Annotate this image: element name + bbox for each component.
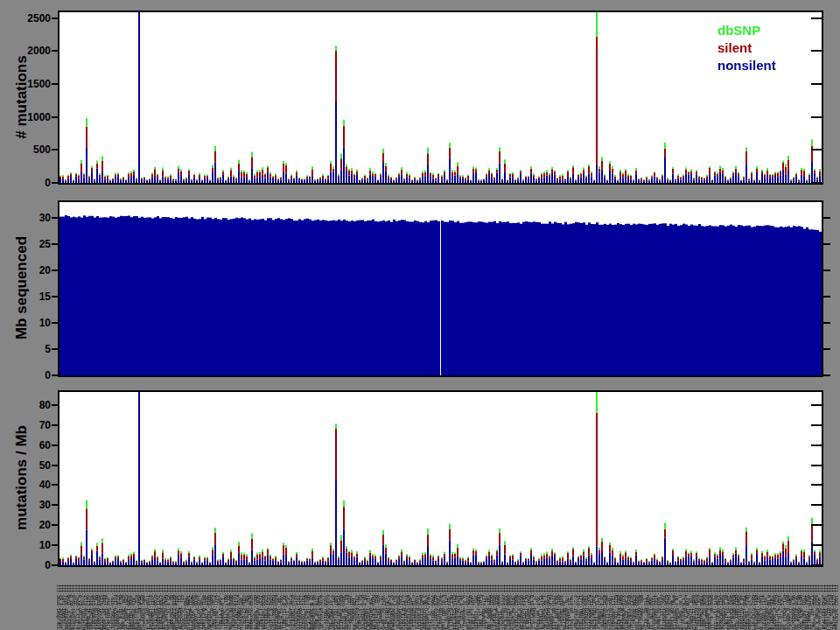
y-tick-mark <box>52 524 58 526</box>
legend: dbSNP silent nonsilent <box>718 22 776 74</box>
y-tick-mark <box>52 217 58 219</box>
y-tick-label: 20 <box>12 519 51 531</box>
y-tick-label: 15 <box>12 290 51 303</box>
y-tick-label: 50 <box>12 459 51 472</box>
y-tick-label: 1500 <box>12 78 51 90</box>
legend-item-silent: silent <box>718 39 776 57</box>
y-tick-mark-right <box>811 444 822 446</box>
y-tick-mark <box>52 484 58 486</box>
y-tick-mark <box>52 182 58 184</box>
y-tick-label: 60 <box>12 439 51 452</box>
y-tick-mark-right <box>811 504 822 506</box>
y-tick-mark-right <box>811 404 822 406</box>
y-tick-mark <box>52 296 58 298</box>
y-tick-mark-right <box>811 465 822 466</box>
y-tick-label: 0 <box>12 559 51 571</box>
mutations-bars-canvas <box>60 12 822 183</box>
panel-mutations: dbSNP silent nonsilent <box>58 10 823 185</box>
y-tick-mark <box>52 564 58 566</box>
y-tick-mark <box>52 444 58 446</box>
y-tick-mark-right <box>811 544 822 546</box>
legend-item-nonsilent: nonsilent <box>718 57 776 74</box>
y-tick-mark <box>52 504 58 506</box>
y-tick-mark-right <box>811 50 822 52</box>
y-tick-mark-right <box>823 296 830 298</box>
y-tick-mark-right <box>811 564 822 566</box>
y-tick-label: 10 <box>12 539 51 551</box>
y-tick-label: 2500 <box>12 12 51 24</box>
y-tick-label: 30 <box>12 212 51 224</box>
y-tick-label: 30 <box>12 499 51 511</box>
y-tick-mark <box>52 374 58 376</box>
y-tick-mark-right <box>811 83 822 85</box>
y-tick-mark <box>52 243 58 245</box>
y-tick-mark <box>52 544 58 546</box>
y-tick-mark-right <box>823 348 830 350</box>
y-tick-mark-right <box>811 182 822 184</box>
y-tick-mark <box>52 424 58 426</box>
y-tick-mark <box>52 18 58 19</box>
y-tick-mark <box>52 322 58 324</box>
y-tick-label: 10 <box>12 317 51 329</box>
y-tick-mark <box>52 83 58 85</box>
x-axis-sample-labels <box>52 581 838 630</box>
figure: # mutations Mb sequenced mutations / Mb … <box>0 0 840 630</box>
y-tick-label: 40 <box>12 479 51 491</box>
y-tick-mark-right <box>811 484 822 486</box>
y-tick-mark <box>52 50 58 52</box>
y-tick-label: 20 <box>12 264 51 276</box>
y-tick-label: 25 <box>12 238 51 250</box>
y-tick-label: 0 <box>12 369 51 382</box>
y-tick-label: 5 <box>12 343 51 355</box>
legend-item-dbsnp: dbSNP <box>718 22 776 39</box>
y-tick-label: 2000 <box>12 45 51 57</box>
y-tick-mark <box>52 116 58 118</box>
y-tick-mark <box>52 348 58 350</box>
y-tick-mark <box>52 465 58 466</box>
y-tick-mark <box>52 270 58 271</box>
y-tick-mark-right <box>823 270 830 271</box>
coverage-bars-canvas <box>60 202 822 375</box>
y-tick-mark-right <box>823 322 830 324</box>
y-tick-mark-right <box>823 374 830 376</box>
y-tick-mark-right <box>811 116 822 118</box>
y-tick-label: 80 <box>12 399 51 411</box>
y-tick-mark-right <box>811 149 822 150</box>
panel-coverage <box>58 200 823 377</box>
rate-bars-canvas <box>60 392 822 565</box>
y-tick-mark <box>52 404 58 406</box>
y-tick-mark-right <box>811 424 822 426</box>
y-tick-label: 1000 <box>12 111 51 123</box>
y-tick-mark-right <box>823 217 830 219</box>
y-tick-mark <box>52 149 58 150</box>
panel-rate <box>58 390 823 567</box>
y-tick-mark-right <box>823 243 830 245</box>
y-tick-label: 0 <box>12 177 51 189</box>
y-tick-label: 70 <box>12 419 51 431</box>
y-tick-mark-right <box>811 524 822 526</box>
y-tick-mark-right <box>811 18 822 19</box>
y-tick-label: 500 <box>12 144 51 156</box>
